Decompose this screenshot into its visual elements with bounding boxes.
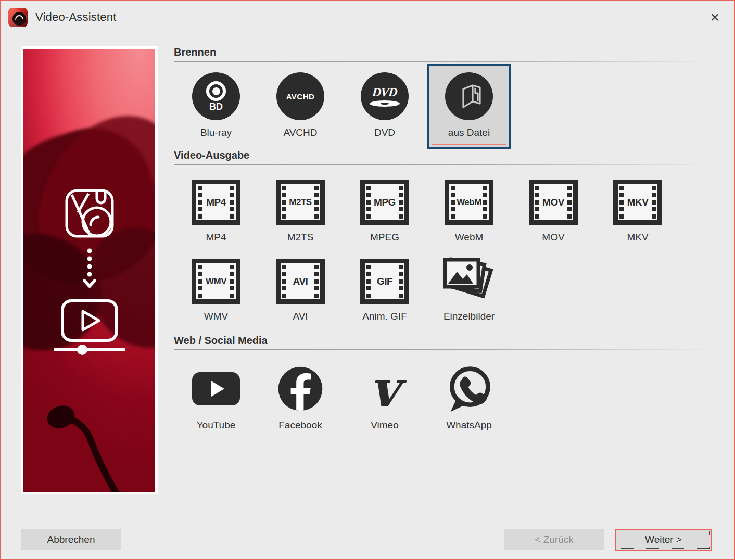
option-youtube[interactable]: YouTube [174, 365, 258, 431]
option-label: Facebook [278, 419, 322, 431]
option-label: M2TS [287, 232, 314, 243]
option-avi[interactable]: AVI AVI [258, 259, 343, 322]
wizard-nav-buttons: < Zurück Weiter > [504, 529, 712, 551]
video-assistant-dialog: Video-Assistent × [0, 0, 735, 560]
title-bar: Video-Assistent × [1, 1, 734, 33]
option-blu-ray[interactable]: BD Blu-ray [174, 64, 258, 149]
filmstrip-icon: WebM [445, 180, 493, 225]
video-formats-row-2: WMV WMV AVI AVI GIF [174, 259, 714, 322]
format-selection-area: Brennen BD Blu-ray AVCHD AVCHD [158, 46, 714, 494]
option-mp4[interactable]: MP4 MP4 [174, 180, 258, 243]
option-label: Einzelbilder [443, 311, 495, 322]
option-label: WebM [455, 232, 484, 243]
cancel-button[interactable]: Abbrechen [21, 529, 121, 550]
option-label: MOV [542, 232, 564, 243]
vimeo-icon: v [370, 365, 399, 413]
filmstrip-icon: AVI [276, 259, 325, 304]
filmstrip-icon: GIF [360, 259, 409, 304]
video-formats-row-1: MP4 MP4 M2TS M2TS MPG [174, 180, 714, 243]
facebook-icon [276, 365, 324, 413]
option-mov[interactable]: MOV MOV [511, 180, 595, 243]
dialog-body: Brennen BD Blu-ray AVCHD AVCHD [1, 33, 734, 494]
filmstrip-icon: MPG [360, 180, 409, 225]
bluray-disc-icon: BD [192, 72, 240, 120]
option-dvd[interactable]: DVD DVD [343, 64, 427, 149]
section-divider [174, 164, 714, 165]
option-aus-datei[interactable]: aus Datei [427, 64, 511, 149]
flower-preview-image [23, 49, 155, 492]
back-button[interactable]: < Zurück [504, 529, 604, 550]
option-label: aus Datei [448, 127, 490, 138]
option-label: WMV [204, 311, 228, 322]
option-label: MKV [627, 232, 648, 243]
social-options-row: YouTube Facebook v [174, 365, 714, 431]
option-vimeo[interactable]: v Vimeo [343, 365, 427, 431]
section-divider [174, 349, 714, 350]
dialog-footer: Abbrechen < Zurück Weiter > [21, 529, 712, 551]
option-label: Vimeo [371, 419, 399, 431]
next-button[interactable]: Weiter > [615, 529, 712, 551]
option-einzelbilder[interactable]: Einzelbilder [427, 259, 511, 322]
arrow-down-dotted-icon [83, 248, 96, 290]
video-player-outline-icon [48, 299, 131, 357]
dvd-disc-icon: DVD [361, 72, 409, 120]
filmstrip-icon: MOV [529, 180, 578, 225]
wizard-step-overlays [23, 49, 155, 492]
option-label: WhatsApp [446, 419, 492, 431]
section-title-web-social: Web / Social Media [174, 335, 714, 347]
youtube-icon [192, 365, 240, 413]
program-logo-outline-icon [65, 188, 115, 238]
preview-pane [21, 46, 158, 494]
option-label: AVCHD [283, 127, 317, 138]
option-label: Anim. GIF [362, 311, 407, 322]
filmstrip-icon: MP4 [192, 180, 240, 225]
option-label: YouTube [197, 419, 236, 431]
option-label: DVD [374, 127, 395, 138]
option-label: AVI [293, 311, 308, 322]
section-title-brennen: Brennen [174, 46, 714, 58]
close-icon[interactable]: × [707, 9, 723, 25]
option-anim-gif[interactable]: GIF Anim. GIF [343, 259, 427, 322]
option-mpeg[interactable]: MPG MPEG [343, 180, 427, 243]
avchd-disc-icon: AVCHD [276, 72, 324, 120]
window-title: Video-Assistent [35, 10, 116, 24]
filmstrip-icon: MKV [613, 180, 662, 225]
section-title-video-ausgabe: Video-Ausgabe [174, 149, 714, 161]
option-whatsapp[interactable]: WhatsApp [427, 365, 511, 431]
burn-options-row: BD Blu-ray AVCHD AVCHD DVD DVD [174, 64, 714, 149]
option-webm[interactable]: WebM WebM [427, 180, 511, 243]
app-logo-icon [8, 8, 28, 27]
filmstrip-icon: M2TS [276, 180, 325, 225]
image-stack-icon [441, 259, 497, 304]
option-m2ts[interactable]: M2TS M2TS [258, 180, 343, 243]
option-mkv[interactable]: MKV MKV [595, 180, 680, 243]
option-wmv[interactable]: WMV WMV [174, 259, 258, 322]
option-avchd[interactable]: AVCHD AVCHD [258, 64, 343, 149]
section-divider [174, 61, 714, 62]
option-label: MP4 [206, 232, 226, 243]
option-label: MPEG [370, 232, 399, 243]
option-label: Blu-ray [200, 127, 232, 138]
whatsapp-icon [444, 365, 494, 413]
disc-image-from-file-icon [445, 72, 493, 120]
filmstrip-icon: WMV [192, 259, 240, 304]
option-facebook[interactable]: Facebook [258, 365, 343, 431]
